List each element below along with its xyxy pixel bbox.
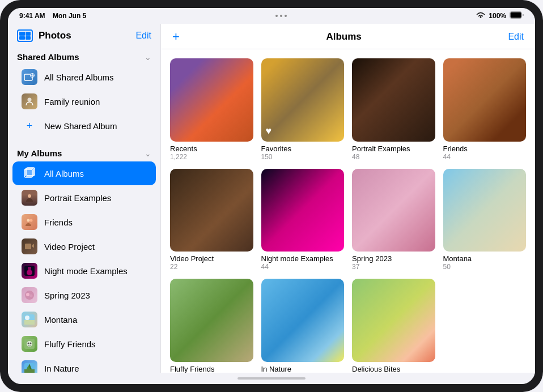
gc4 — [26, 36, 31, 40]
sidebar-item-montana[interactable]: Montana — [12, 308, 156, 331]
heart-icon-favorites: ♥ — [266, 125, 272, 137]
album-count-spring-a: 37 — [352, 263, 435, 271]
svg-point-20 — [25, 316, 29, 320]
time-display: 9:41 AM — [19, 12, 45, 20]
album-name-nature-a: In Nature — [261, 365, 345, 373]
new-shared-thumb: + — [22, 118, 37, 134]
my-albums-chevron[interactable]: ⌄ — [145, 149, 151, 158]
sidebar-item-friends[interactable]: Friends — [12, 210, 156, 234]
album-item-nature-a[interactable]: In Nature53 — [261, 279, 345, 373]
sidebar-edit-button[interactable]: Edit — [135, 31, 151, 41]
album-name-recents: Recents — [170, 144, 253, 153]
sidebar-item-new-shared[interactable]: + New Shared Album — [12, 114, 156, 138]
dot1 — [275, 15, 278, 17]
svg-rect-7 — [27, 168, 35, 176]
video-label: Video Project — [44, 242, 95, 252]
album-item-friends-a[interactable]: Friends44 — [443, 58, 527, 161]
svg-point-9 — [27, 219, 30, 222]
dot2 — [280, 15, 282, 17]
album-count-night-a: 44 — [261, 263, 345, 271]
sidebar-item-spring[interactable]: Spring 2023 — [12, 283, 156, 307]
fluffy-label: Fluffy Friends — [44, 339, 96, 349]
album-item-video-a[interactable]: Video Project22 — [170, 169, 253, 271]
shared-albums-title: Shared Albums — [17, 52, 79, 62]
my-albums-section-header: My Albums ⌄ — [8, 143, 160, 161]
status-time: 9:41 AM Mon Jun 5 — [19, 12, 86, 20]
battery-level: 100% — [489, 12, 506, 20]
spring-thumb — [22, 287, 37, 303]
sidebar-item-fluffy[interactable]: Fluffy Friends — [12, 332, 156, 356]
album-thumb-spring-a — [352, 169, 435, 252]
album-item-recents[interactable]: Recents1,222 — [170, 58, 253, 161]
sidebar-toggle-icon[interactable] — [17, 29, 33, 42]
album-count-montana-a: 50 — [443, 263, 527, 271]
grid-inner — [19, 32, 31, 40]
main-content: Photos Edit Shared Albums ⌄ — [8, 24, 535, 373]
album-item-montana-a[interactable]: Montana50 — [443, 169, 527, 271]
sidebar-item-portrait[interactable]: Portrait Examples — [12, 186, 156, 210]
album-item-spring-a[interactable]: Spring 202337 — [352, 169, 435, 271]
ipad-frame: 9:41 AM Mon Jun 5 100% — [0, 0, 543, 392]
svg-rect-14 — [28, 267, 31, 270]
svg-point-13 — [27, 270, 32, 275]
sidebar-item-all-shared[interactable]: All Shared Albums — [12, 65, 156, 89]
album-item-delicious-a[interactable]: Delicious Bites10 — [352, 279, 435, 373]
right-panel: + Albums Edit Recents1,222♥Favorites150P… — [161, 24, 535, 373]
sidebar-item-night[interactable]: Night mode Examples — [12, 259, 156, 283]
spring-label: Spring 2023 — [44, 291, 90, 300]
all-albums-label: All Albums — [44, 169, 84, 178]
screen: 9:41 AM Mon Jun 5 100% — [8, 8, 535, 384]
home-bar — [8, 373, 535, 384]
battery-icon — [510, 11, 524, 20]
album-name-friends-a: Friends — [443, 144, 527, 153]
panel-title: Albums — [326, 31, 361, 42]
svg-point-17 — [30, 295, 33, 297]
album-item-fluffy-a[interactable]: Fluffy Friends8 — [170, 279, 253, 373]
album-name-delicious-a: Delicious Bites — [352, 365, 435, 373]
svg-point-24 — [30, 343, 32, 344]
dot3 — [285, 15, 287, 17]
album-count-favorites: 150 — [261, 153, 345, 161]
svg-point-4 — [28, 98, 32, 102]
album-count-recents: 1,222 — [170, 153, 253, 161]
portrait-label: Portrait Examples — [44, 193, 111, 203]
album-count-portrait-ex: 48 — [352, 153, 435, 161]
album-name-portrait-ex: Portrait Examples — [352, 144, 435, 153]
nature-label: In Nature — [44, 364, 79, 373]
friends-label: Friends — [44, 218, 73, 227]
gc2 — [26, 32, 31, 36]
nature-thumb — [22, 360, 37, 373]
status-center-dots — [275, 15, 287, 17]
sidebar-item-family-reunion[interactable]: Family reunion — [12, 90, 156, 113]
sidebar-item-all-albums[interactable]: All Albums — [12, 161, 156, 185]
shared-albums-chevron[interactable]: ⌄ — [145, 53, 151, 62]
new-shared-plus-icon: + — [27, 120, 33, 132]
sidebar: Photos Edit Shared Albums ⌄ — [8, 24, 161, 373]
album-thumb-montana-a — [443, 169, 527, 252]
album-thumb-portrait-ex — [352, 58, 435, 142]
svg-rect-11 — [25, 244, 31, 249]
my-albums-title: My Albums — [17, 148, 62, 158]
sidebar-item-nature[interactable]: In Nature — [12, 356, 156, 373]
video-thumb — [22, 238, 37, 254]
add-album-button[interactable]: + — [172, 29, 180, 44]
new-shared-label: New Shared Album — [44, 121, 117, 131]
montana-thumb — [22, 312, 37, 327]
svg-point-8 — [28, 194, 31, 198]
album-thumb-fluffy-a — [170, 279, 253, 362]
album-item-favorites[interactable]: ♥Favorites150 — [261, 58, 345, 161]
all-albums-thumb — [22, 165, 37, 181]
sidebar-item-video[interactable]: Video Project — [12, 235, 156, 258]
album-name-fluffy-a: Fluffy Friends — [170, 365, 253, 373]
album-item-night-a[interactable]: Night mode Examples44 — [261, 169, 345, 271]
shared-albums-section-header: Shared Albums ⌄ — [8, 46, 160, 65]
sidebar-title: Photos — [39, 30, 71, 41]
gc3 — [19, 36, 25, 40]
panel-header: + Albums Edit — [161, 24, 535, 49]
album-name-night-a: Night mode Examples — [261, 254, 345, 263]
album-count-video-a: 22 — [170, 263, 253, 271]
date-display: Mon Jun 5 — [53, 12, 86, 20]
album-item-portrait-ex[interactable]: Portrait Examples48 — [352, 58, 435, 161]
album-thumb-night-a — [261, 169, 345, 252]
panel-edit-button[interactable]: Edit — [508, 32, 524, 42]
